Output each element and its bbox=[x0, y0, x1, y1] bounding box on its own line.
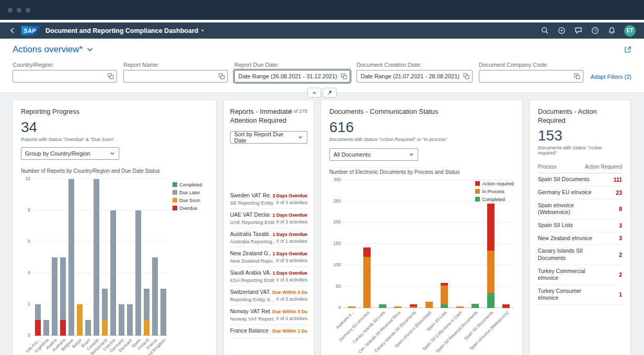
table-row[interactable]: Germany EU eInvoice23 bbox=[538, 186, 622, 199]
pin-filter-bar-button[interactable] bbox=[323, 88, 337, 98]
chart-bar[interactable] bbox=[441, 283, 448, 307]
process-name: Spain SII Documents bbox=[538, 176, 590, 183]
table-row[interactable]: Spain SII Documents111 bbox=[538, 173, 622, 186]
y-axis-tick: 0 bbox=[28, 333, 30, 338]
bar-segment bbox=[119, 304, 124, 336]
report-list-item[interactable]: France Balance ...Due Within 1 Da bbox=[230, 325, 307, 338]
open-in-new-icon[interactable] bbox=[624, 46, 631, 53]
table-row[interactable]: Turkey Commercial eInvoice2 bbox=[538, 265, 622, 285]
sort-select[interactable]: Sort by Report Due Date bbox=[230, 131, 307, 144]
value-help-icon[interactable] bbox=[341, 73, 347, 79]
chart-bar[interactable] bbox=[94, 179, 99, 336]
chart-bar[interactable] bbox=[426, 302, 433, 308]
help-icon[interactable]: ? bbox=[591, 26, 600, 35]
group-by-select[interactable]: Group by Country/Region bbox=[21, 147, 119, 160]
filter-field: Report Due Date: bbox=[234, 62, 350, 82]
copilot-icon[interactable] bbox=[557, 26, 566, 35]
chart-bar[interactable] bbox=[135, 210, 141, 336]
back-icon[interactable] bbox=[8, 27, 16, 34]
chat-icon[interactable] bbox=[574, 26, 583, 35]
filter-input-box bbox=[356, 70, 473, 82]
report-list-item[interactable]: Saudi Arabia VA...1 Days OverdueKSA Repo… bbox=[230, 267, 307, 286]
filter-field: Country/Region: bbox=[13, 62, 117, 82]
chart-bar[interactable] bbox=[35, 304, 41, 336]
table-row[interactable]: Spain eInvoice (Webservice)8 bbox=[538, 199, 622, 219]
report-list-item[interactable]: Norway VAT Ret...Due Within 0 DaNorway V… bbox=[230, 305, 307, 325]
chart-bar[interactable] bbox=[43, 320, 49, 336]
table-row[interactable]: Canary Islands SII Documents2 bbox=[538, 245, 622, 265]
chart-bar[interactable] bbox=[363, 247, 371, 308]
select-value: Group by Country/Region bbox=[25, 150, 90, 157]
chart-bar[interactable] bbox=[68, 179, 74, 336]
search-icon[interactable] bbox=[540, 26, 549, 35]
chevron-down-icon bbox=[298, 135, 303, 140]
window-control-minimize-icon[interactable] bbox=[17, 8, 21, 13]
chart-bar[interactable] bbox=[127, 304, 133, 336]
y-axis: 0246810 bbox=[21, 179, 33, 336]
table-row[interactable]: Spain SII Lists3 bbox=[538, 219, 622, 232]
documents-filter-select[interactable]: All Documents bbox=[329, 148, 418, 161]
value-help-icon[interactable] bbox=[218, 73, 225, 79]
report-list-item[interactable]: Switzerland VAT...Due Within 0 DaReporti… bbox=[230, 286, 307, 305]
table-row[interactable]: Turkey Consumer eInvoice1 bbox=[538, 285, 622, 305]
reporting-entity: SE Reporting Entity bbox=[230, 200, 274, 206]
reporting-entity: Norway VAT Report... bbox=[230, 316, 274, 322]
bar-segment bbox=[152, 257, 158, 336]
chart-bar[interactable] bbox=[102, 289, 108, 336]
y-axis-tick: 250 bbox=[334, 198, 341, 204]
report-list-item[interactable]: Sweden VAT Re...3 Days OverdueSE Reporti… bbox=[230, 190, 307, 209]
report-list-item[interactable]: UAE VAT Declar...1 Days OverdueUAE Repor… bbox=[230, 209, 307, 228]
chart-bar[interactable] bbox=[110, 210, 116, 336]
chart-bar[interactable] bbox=[52, 257, 58, 336]
filter-label: Document Company Code: bbox=[479, 62, 583, 68]
chart-bar[interactable] bbox=[119, 304, 124, 336]
app-title-menu[interactable]: Document and Reporting Compliance Dashbo… bbox=[45, 27, 203, 34]
filter-input-box bbox=[479, 70, 583, 82]
legend-swatch bbox=[475, 197, 480, 202]
window-control-close-icon[interactable] bbox=[8, 8, 13, 13]
chart-bar[interactable] bbox=[144, 289, 150, 336]
chart-bar[interactable] bbox=[487, 204, 494, 308]
legend-label: Due Later bbox=[179, 190, 200, 195]
filter-input-box bbox=[13, 70, 117, 82]
table-row[interactable]: New Zealand eInvoice3 bbox=[538, 232, 622, 245]
filter-input[interactable] bbox=[124, 70, 227, 82]
chart-bar[interactable] bbox=[85, 320, 91, 336]
report-list-item[interactable]: Australia Taxabl...1 Days OverdueAustral… bbox=[230, 228, 307, 247]
page-title-label: Actions overview* bbox=[13, 44, 83, 55]
window-titlebar bbox=[0, 0, 644, 20]
collapse-filter-bar-button[interactable] bbox=[307, 88, 321, 98]
action-required-count: 8 bbox=[619, 206, 622, 212]
filter-input[interactable] bbox=[235, 70, 350, 82]
chart-bar[interactable] bbox=[160, 289, 166, 336]
select-value: Sort by Report Due Date bbox=[234, 131, 295, 144]
window-control-maximize-icon[interactable] bbox=[26, 8, 30, 13]
chart-bar[interactable] bbox=[77, 304, 83, 336]
bar-segment bbox=[487, 204, 494, 251]
y-axis-tick: 0 bbox=[338, 305, 341, 310]
legend-label: Action required bbox=[482, 181, 514, 186]
report-list-item[interactable]: New Zealand G...1 Days OverdueNew Zealan… bbox=[230, 247, 307, 267]
filter-input[interactable] bbox=[357, 70, 472, 82]
action-required-count: 111 bbox=[614, 176, 622, 183]
avatar[interactable]: ET bbox=[624, 25, 636, 37]
filter-input[interactable] bbox=[13, 70, 117, 82]
chart-bar[interactable] bbox=[152, 257, 158, 336]
bell-icon[interactable] bbox=[607, 26, 616, 35]
dashboard-content: Reporting Progress 34 Reports with Statu… bbox=[0, 93, 644, 355]
chart-bar[interactable] bbox=[472, 304, 479, 308]
process-name: Spain SII Lists bbox=[538, 222, 573, 229]
activities-progress: 0 of 3 activities bbox=[276, 219, 307, 225]
action-required-count: 1 bbox=[619, 291, 622, 298]
process-name: Germany EU eInvoice bbox=[538, 189, 592, 196]
report-due-status: 3 Days Overdue bbox=[272, 193, 307, 198]
value-help-icon[interactable] bbox=[574, 73, 580, 79]
value-help-icon[interactable] bbox=[463, 73, 469, 79]
value-help-icon[interactable] bbox=[108, 73, 114, 79]
filter-input[interactable] bbox=[479, 70, 583, 82]
adapt-filters-link[interactable]: Adapt Filters (2) bbox=[591, 71, 631, 82]
action-required-count: 3 bbox=[619, 222, 622, 229]
filter-label: Report Due Date: bbox=[234, 62, 350, 68]
chart-bar[interactable] bbox=[60, 257, 66, 336]
page-title[interactable]: Actions overview* bbox=[13, 44, 93, 55]
